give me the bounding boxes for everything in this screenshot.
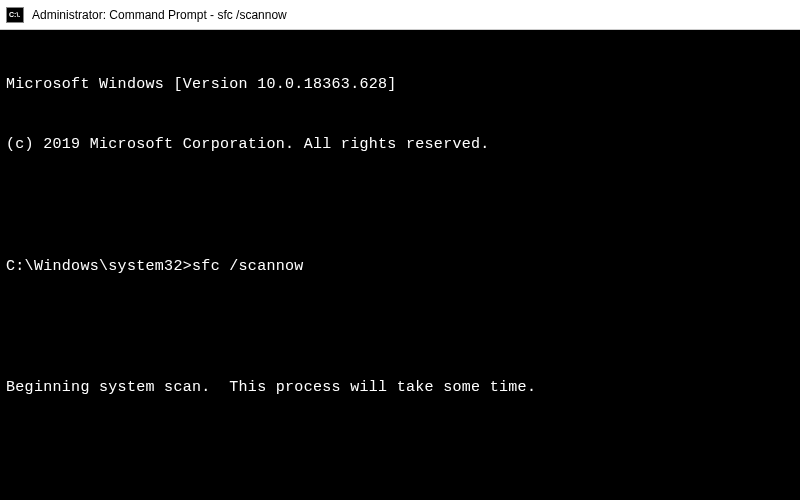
blank-line [6,196,794,216]
version-line: Microsoft Windows [Version 10.0.18363.62… [6,75,794,95]
prompt-path: C:\Windows\system32> [6,257,192,277]
terminal-area[interactable]: Microsoft Windows [Version 10.0.18363.62… [0,30,800,500]
copyright-line: (c) 2019 Microsoft Corporation. All righ… [6,135,794,155]
typed-command: sfc /scannow [192,257,304,277]
prompt-line: C:\Windows\system32>sfc /scannow [6,257,794,277]
command-prompt-icon-text: C:\. [9,11,20,18]
blank-line [6,318,794,338]
command-prompt-icon: C:\. [6,7,24,23]
command-prompt-window: C:\. Administrator: Command Prompt - sfc… [0,0,800,500]
titlebar[interactable]: C:\. Administrator: Command Prompt - sfc… [0,0,800,30]
window-title: Administrator: Command Prompt - sfc /sca… [32,8,287,22]
status-line: Beginning system scan. This process will… [6,378,794,398]
